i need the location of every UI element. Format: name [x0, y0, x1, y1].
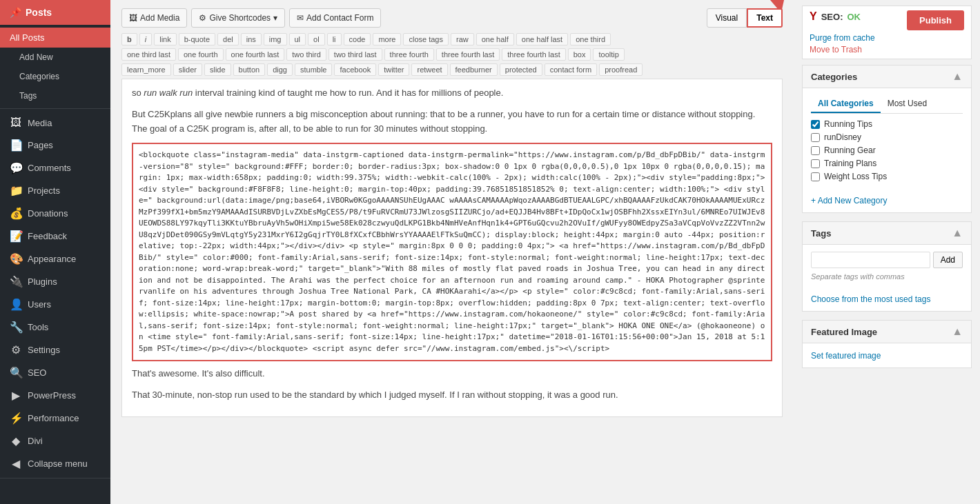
- shortcodes-icon: ⚙: [199, 13, 206, 23]
- fmt-img[interactable]: img: [264, 33, 287, 46]
- sidebar-item-performance[interactable]: ⚡ Performance: [0, 407, 110, 430]
- sidebar-item-media[interactable]: 🖼 Media: [0, 112, 110, 134]
- fmt-three-fourth-last2[interactable]: three fourth last: [502, 48, 565, 61]
- fmt-one-half-last[interactable]: one half last: [516, 33, 568, 46]
- cat-weight-loss: Weight Loss Tips: [811, 172, 963, 181]
- fmt-li[interactable]: li: [327, 33, 342, 46]
- cat-run-disney-checkbox[interactable]: [811, 133, 820, 142]
- svg-line-1: [772, 0, 779, 5]
- fmt-proofread[interactable]: proofread: [599, 63, 643, 76]
- sidebar-item-divi[interactable]: ◆ Divi: [0, 430, 110, 452]
- fmt-contact-form[interactable]: contact form: [545, 63, 598, 76]
- fmt-three-fourth-last[interactable]: three fourth last: [436, 48, 500, 61]
- fmt-code[interactable]: code: [344, 33, 371, 46]
- give-shortcodes-button[interactable]: ⚙ Give Shortcodes ▾: [191, 8, 285, 28]
- fmt-i[interactable]: i: [139, 33, 152, 46]
- fmt-twitter[interactable]: twitter: [378, 63, 409, 76]
- sidebar-item-projects[interactable]: 📁 Projects: [0, 179, 110, 202]
- cat-weight-loss-checkbox[interactable]: [811, 172, 820, 181]
- editor-para-1: But C25Kplans all give newbie runners a …: [132, 108, 772, 137]
- fmt-three-fourth[interactable]: three fourth: [384, 48, 434, 61]
- sidebar-item-plugins[interactable]: 🔌 Plugins: [0, 270, 110, 293]
- tab-all-categories[interactable]: All Categories: [811, 95, 881, 113]
- sidebar-item-add-new[interactable]: Add New: [0, 48, 110, 67]
- fmt-facebook[interactable]: facebook: [334, 63, 376, 76]
- fmt-one-half[interactable]: one half: [476, 33, 514, 46]
- fmt-button[interactable]: button: [233, 63, 266, 76]
- fmt-digg[interactable]: digg: [267, 63, 293, 76]
- cat-training-plans-checkbox[interactable]: [811, 159, 820, 168]
- categories-toggle[interactable]: ▲: [952, 70, 963, 83]
- add-new-category-link[interactable]: + Add New Category: [811, 196, 887, 205]
- fmt-retweet[interactable]: retweet: [411, 63, 447, 76]
- sidebar-item-all-posts[interactable]: All Posts: [0, 28, 110, 48]
- sidebar-item-users[interactable]: 👤 Users: [0, 293, 110, 316]
- fmt-close-tags[interactable]: close tags: [403, 33, 449, 46]
- posts-icon: 📌: [10, 7, 21, 18]
- sidebar-item-collapse[interactable]: ◀ Collapse menu: [0, 452, 110, 475]
- fmt-del[interactable]: del: [217, 33, 239, 46]
- choose-tags-link[interactable]: Choose from the most used tags: [811, 294, 930, 304]
- set-featured-image-link[interactable]: Set featured image: [811, 351, 881, 361]
- fmt-feedburner[interactable]: feedburner: [450, 63, 498, 76]
- fmt-one-fourth-last[interactable]: one fourth last: [226, 48, 285, 61]
- fmt-tooltip[interactable]: tooltip: [593, 48, 624, 61]
- sidebar-item-feedback[interactable]: 📝 Feedback: [0, 225, 110, 248]
- fmt-protected[interactable]: protected: [500, 63, 542, 76]
- sidebar-item-label: Plugins: [28, 276, 57, 287]
- fmt-two-third[interactable]: two third: [286, 48, 326, 61]
- sidebar-item-label: Tags: [19, 91, 37, 101]
- format-row-2: one third last one fourth one fourth las…: [121, 48, 783, 61]
- tags-toggle[interactable]: ▲: [952, 227, 963, 239]
- sidebar-item-donations[interactable]: 💰 Donations: [0, 202, 110, 225]
- add-media-button[interactable]: 🖼 Add Media: [121, 8, 187, 28]
- tags-add-button[interactable]: Add: [933, 252, 963, 268]
- sidebar-item-comments[interactable]: 💬 Comments: [0, 157, 110, 179]
- fmt-raw[interactable]: raw: [451, 33, 474, 46]
- fmt-two-third-last[interactable]: two third last: [329, 48, 382, 61]
- sidebar-item-tools[interactable]: 🔧 Tools: [0, 316, 110, 339]
- sidebar-item-seo[interactable]: 🔍 SEO: [0, 361, 110, 384]
- move-to-trash-link[interactable]: Move to Trash: [810, 45, 964, 54]
- feedback-icon: 📝: [10, 230, 22, 243]
- fmt-b[interactable]: b: [121, 33, 137, 46]
- cat-weight-loss-label: Weight Loss Tips: [824, 172, 887, 181]
- add-contact-form-button[interactable]: ✉ Add Contact Form: [289, 8, 381, 28]
- fmt-more[interactable]: more: [373, 33, 401, 46]
- tab-text[interactable]: Text: [747, 8, 783, 28]
- sidebar-item-appearance[interactable]: 🎨 Appearance: [0, 248, 110, 270]
- fmt-one-third[interactable]: one third: [570, 33, 611, 46]
- cat-running-tips-checkbox[interactable]: [811, 120, 820, 129]
- sidebar-item-powerpress[interactable]: ▶ PowerPress: [0, 384, 110, 407]
- editor-content-area[interactable]: so run walk run interval training kind o…: [122, 79, 782, 416]
- featured-image-toggle[interactable]: ▲: [952, 325, 963, 338]
- code-block[interactable]: <blockquote class="instagram-media" data…: [132, 143, 772, 361]
- cat-running-gear-checkbox[interactable]: [811, 146, 820, 155]
- sidebar-item-tags[interactable]: Tags: [0, 86, 110, 105]
- publish-button[interactable]: Publish: [907, 10, 964, 30]
- text-tab-area: Visual Text: [707, 8, 783, 28]
- tags-input[interactable]: [811, 252, 930, 268]
- sidebar-item-categories[interactable]: Categories: [0, 67, 110, 86]
- pages-icon: 📄: [10, 139, 22, 152]
- sidebar-item-pages[interactable]: 📄 Pages: [0, 134, 110, 157]
- fmt-box[interactable]: box: [568, 48, 591, 61]
- fmt-bquote[interactable]: b-quote: [179, 33, 215, 46]
- fmt-ins[interactable]: ins: [241, 33, 262, 46]
- categories-title: Categories: [811, 72, 857, 82]
- purge-cache-link[interactable]: Purge from cache: [810, 33, 964, 43]
- fmt-link[interactable]: link: [154, 33, 177, 46]
- tab-visual[interactable]: Visual: [707, 8, 747, 28]
- tab-most-used[interactable]: Most Used: [881, 95, 934, 113]
- sidebar-item-label: Appearance: [28, 254, 76, 264]
- fmt-slider[interactable]: slider: [173, 63, 202, 76]
- fmt-ol[interactable]: ol: [308, 33, 325, 46]
- media-icon: 🖼: [10, 117, 22, 129]
- fmt-learn-more[interactable]: learn_more: [121, 63, 171, 76]
- fmt-one-third-last[interactable]: one third last: [121, 48, 176, 61]
- sidebar-item-settings[interactable]: ⚙ Settings: [0, 339, 110, 361]
- fmt-slide[interactable]: slide: [204, 63, 231, 76]
- fmt-ul[interactable]: ul: [289, 33, 306, 46]
- fmt-one-fourth[interactable]: one fourth: [178, 48, 224, 61]
- fmt-stumble[interactable]: stumble: [295, 63, 333, 76]
